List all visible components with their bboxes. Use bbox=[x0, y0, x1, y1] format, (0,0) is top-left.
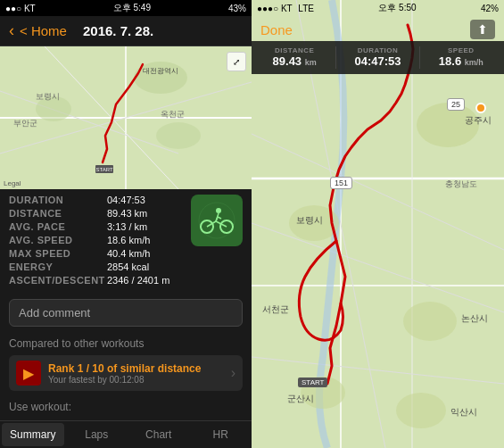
map-label-boryeong: 보령시 bbox=[36, 91, 60, 103]
stat-maxspeed: MAX SPEED 40.4 km/h bbox=[9, 248, 243, 259]
compared-section: Compared to other workouts ▶ Rank 1 / 10… bbox=[0, 332, 252, 394]
end-location-dot bbox=[475, 103, 486, 113]
right-speed-value: 18.6 km/h bbox=[439, 54, 483, 69]
place-chungnam: 충청남도 bbox=[445, 178, 477, 190]
right-duration-value: 04:47:53 bbox=[354, 54, 401, 69]
place-nonsan: 논산시 bbox=[461, 312, 488, 325]
place-iksan: 익산시 bbox=[450, 406, 477, 419]
start-badge-right: START bbox=[298, 377, 327, 387]
route-25-badge: 25 bbox=[447, 98, 465, 111]
svg-line-18 bbox=[218, 217, 221, 219]
tab-summary[interactable]: Summary bbox=[2, 423, 64, 446]
right-status-bar: ●●●○ KT LTE 오후 5:50 42% bbox=[252, 0, 504, 16]
ascent-label: ASCENT/DESCENT bbox=[9, 275, 107, 286]
map-label-daejeon: 대전광역시 bbox=[143, 66, 178, 76]
right-carrier: ●●●○ KT LTE bbox=[257, 4, 314, 13]
compared-title: Compared to other workouts bbox=[9, 337, 243, 350]
svg-point-31 bbox=[403, 302, 457, 341]
svg-text:START: START bbox=[95, 167, 112, 172]
svg-line-17 bbox=[216, 217, 218, 221]
right-time: 오후 5:50 bbox=[378, 2, 416, 14]
add-comment-button[interactable]: Add comment bbox=[9, 299, 243, 327]
stat-energy: ENERGY 2854 kcal bbox=[9, 261, 243, 272]
energy-label: ENERGY bbox=[9, 261, 107, 272]
rank-text-area: Rank 1 / 10 of similar distance Your fas… bbox=[48, 362, 231, 385]
avgpace-label: AVG. PACE bbox=[9, 221, 107, 232]
maxspeed-value: 40.4 km/h bbox=[107, 248, 243, 259]
left-header: ‹ < Home 2016. 7. 28. bbox=[0, 16, 252, 46]
maxspeed-label: MAX SPEED bbox=[9, 248, 107, 259]
use-workout-section: Use workout: bbox=[0, 394, 252, 414]
ascent-value: 2346 / 2401 m bbox=[107, 275, 243, 286]
energy-value: 2854 kcal bbox=[107, 261, 243, 272]
distance-label: DISTANCE bbox=[9, 208, 107, 219]
svg-point-33 bbox=[396, 393, 446, 428]
tab-chart[interactable]: Chart bbox=[128, 421, 190, 448]
svg-point-13 bbox=[216, 208, 221, 213]
right-stat-duration: DURATION 04:47:53 bbox=[342, 46, 413, 69]
rank-main-text: Rank 1 / 10 of similar distance bbox=[48, 362, 231, 375]
left-status-bar: ●●○ KT 오후 5:49 43% bbox=[0, 0, 252, 16]
left-time: 오후 5:49 bbox=[113, 2, 151, 14]
back-button[interactable]: ‹ bbox=[9, 21, 14, 40]
right-stat-speed: SPEED 18.6 km/h bbox=[426, 46, 497, 69]
rank-icon: ▶ bbox=[16, 361, 41, 386]
bottom-tabs: Summary Laps Chart HR bbox=[0, 420, 252, 448]
right-stats-bar: DISTANCE 89.43 km DURATION 04:47:53 SPEE… bbox=[252, 41, 504, 74]
place-seocheon: 서천군 bbox=[262, 303, 289, 316]
right-distance-value: 89.43 km bbox=[273, 54, 317, 69]
use-workout-label: Use workout: bbox=[9, 401, 71, 413]
duration-label: DURATION bbox=[9, 195, 107, 205]
expand-map-button[interactable]: ⤢ bbox=[227, 52, 246, 71]
left-carrier: ●●○ KT bbox=[5, 4, 36, 13]
right-stat-distance: DISTANCE 89.43 km bbox=[259, 46, 330, 69]
avgspeed-label: AVG. SPEED bbox=[9, 235, 107, 245]
right-speed-label: SPEED bbox=[448, 46, 475, 54]
left-map[interactable]: START 대전광역시 보령시 옥천군 부안군 ⤢ Legal bbox=[0, 46, 252, 189]
right-panel: 151 25 공주시 논산시 서천군 군산시 익산시 충청남도 보령시 STAR… bbox=[252, 0, 504, 448]
date-label: 2016. 7. 28. bbox=[83, 23, 153, 38]
left-battery: 43% bbox=[228, 4, 246, 13]
route-151-badge: 151 bbox=[330, 177, 352, 189]
place-boryeong: 보령시 bbox=[296, 214, 323, 227]
right-distance-label: DISTANCE bbox=[275, 46, 314, 54]
svg-point-8 bbox=[156, 122, 201, 149]
stat-divider-2 bbox=[419, 46, 420, 69]
right-header: Done ⬆ bbox=[252, 16, 504, 43]
rank-chevron-icon: › bbox=[231, 365, 235, 381]
left-panel: ●●○ KT 오후 5:49 43% ‹ < Home 2016. 7. 28. bbox=[0, 0, 252, 448]
right-duration-label: DURATION bbox=[358, 46, 399, 54]
rank-row[interactable]: ▶ Rank 1 / 10 of similar distance Your f… bbox=[9, 355, 243, 391]
stat-ascent: ASCENT/DESCENT 2346 / 2401 m bbox=[9, 275, 243, 286]
stats-area: DURATION 04:47:53 DISTANCE 89.43 km AVG.… bbox=[0, 189, 252, 294]
home-label[interactable]: < Home bbox=[20, 23, 67, 38]
place-gunsan: 군산시 bbox=[287, 393, 314, 405]
map-label-okcheon: 옥천군 bbox=[161, 109, 185, 120]
stat-divider-1 bbox=[335, 46, 336, 69]
tab-hr[interactable]: HR bbox=[190, 421, 252, 448]
place-gongju: 공주시 bbox=[465, 114, 492, 127]
share-icon[interactable]: ⬆ bbox=[470, 20, 495, 39]
map-label-buan: 부안군 bbox=[13, 118, 37, 129]
tab-laps[interactable]: Laps bbox=[66, 421, 128, 448]
done-button[interactable]: Done bbox=[260, 22, 293, 37]
legal-text: Legal bbox=[4, 179, 21, 187]
right-battery: 42% bbox=[481, 4, 499, 13]
cycling-icon bbox=[191, 195, 243, 246]
rank-sub-text: Your fastest by 00:12:08 bbox=[48, 375, 231, 385]
